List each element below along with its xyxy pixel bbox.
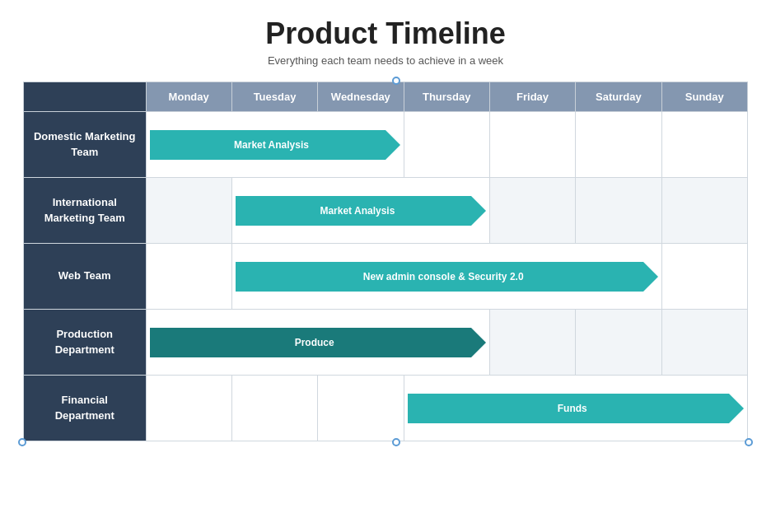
empty-cell [489, 310, 575, 376]
empty-cell [661, 178, 747, 244]
team-label: Domestic Marketing Team [24, 112, 147, 178]
header-friday: Friday [489, 82, 575, 112]
task-cell: Market Analysis [231, 178, 489, 244]
marker-top [392, 77, 400, 85]
task-arrow: New admin console & Security 2.0 [236, 262, 658, 292]
team-label: International Marketing Team [24, 178, 147, 244]
empty-cell [576, 112, 661, 178]
team-label: Web Team [24, 244, 147, 310]
task-label: Funds [408, 394, 729, 423]
header-sunday: Sunday [661, 82, 747, 112]
header-wednesday: Wednesday [318, 82, 404, 112]
task-arrow-head [471, 328, 486, 357]
table-row: International Marketing TeamMarket Analy… [24, 178, 748, 244]
task-label: Market Analysis [150, 130, 386, 160]
empty-cell [661, 244, 747, 310]
task-cell: Funds [404, 376, 747, 441]
task-label: Market Analysis [236, 196, 471, 226]
task-label: New admin console & Security 2.0 [236, 262, 643, 292]
task-arrow-head [729, 394, 744, 423]
task-arrow: Market Analysis [150, 130, 400, 160]
empty-cell [489, 178, 575, 244]
header-thursday: Thursday [404, 82, 489, 112]
task-cell: Produce [146, 310, 489, 376]
header-saturday: Saturday [576, 82, 661, 112]
task-label: Produce [150, 328, 471, 357]
gantt-body: Domestic Marketing TeamMarket AnalysisIn… [24, 112, 748, 441]
header-tuesday: Tuesday [231, 82, 317, 112]
task-arrow: Market Analysis [236, 196, 486, 226]
empty-cell [661, 112, 747, 178]
team-label: Production Department [24, 310, 147, 376]
page-subtitle: Everything each team needs to achieve in… [268, 54, 503, 67]
task-arrow-head [643, 262, 658, 292]
empty-cell [489, 112, 575, 178]
team-label: Financial Department [24, 376, 147, 441]
task-arrow: Produce [150, 328, 486, 357]
marker-bottom-left [18, 438, 26, 446]
empty-cell [576, 310, 661, 376]
header-label-cell [24, 82, 147, 112]
gantt-table: Monday Tuesday Wednesday Thursday Friday… [23, 82, 748, 441]
empty-cell [146, 376, 231, 441]
empty-cell [146, 178, 231, 244]
empty-cell [576, 178, 661, 244]
empty-cell [231, 376, 317, 441]
task-arrow: Funds [408, 394, 744, 423]
timeline-wrapper: Monday Tuesday Wednesday Thursday Friday… [23, 82, 748, 441]
marker-bottom-wed [392, 438, 400, 446]
page-title: Product Timeline [265, 16, 505, 51]
empty-cell [661, 310, 747, 376]
table-row: Production DepartmentProduce [24, 310, 748, 376]
task-cell: New admin console & Security 2.0 [231, 244, 661, 310]
empty-cell [404, 112, 489, 178]
task-arrow-head [386, 130, 400, 160]
empty-cell [146, 244, 231, 310]
task-cell: Market Analysis [146, 112, 404, 178]
marker-bottom-right [745, 438, 753, 446]
table-row: Web TeamNew admin console & Security 2.0 [24, 244, 748, 310]
table-row: Domestic Marketing TeamMarket Analysis [24, 112, 748, 178]
header-monday: Monday [146, 82, 231, 112]
table-row: Financial DepartmentFunds [24, 376, 748, 441]
header-row: Monday Tuesday Wednesday Thursday Friday… [24, 82, 748, 112]
empty-cell [318, 376, 404, 441]
task-arrow-head [471, 196, 486, 226]
